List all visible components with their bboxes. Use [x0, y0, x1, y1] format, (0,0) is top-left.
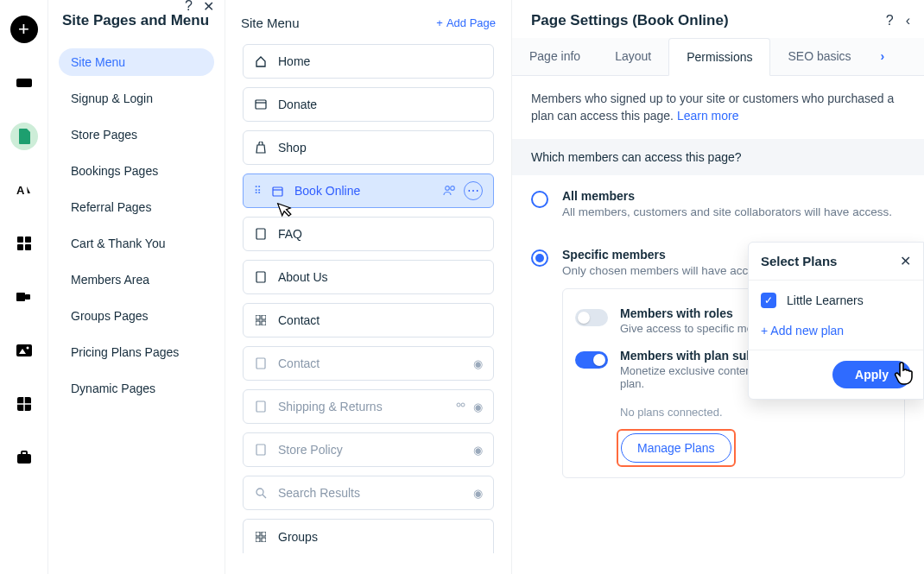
- option-title: All members: [562, 189, 892, 203]
- page-item-about-us[interactable]: About Us: [243, 260, 494, 294]
- svg-rect-25: [262, 315, 266, 319]
- svg-rect-2: [17, 237, 23, 243]
- close-icon[interactable]: ✕: [203, 0, 214, 15]
- categories-panel: Site Pages and Menu ? ✕ Site Menu Signup…: [48, 0, 225, 574]
- svg-rect-35: [256, 532, 260, 536]
- plan-option[interactable]: ✓ Little Learners: [749, 281, 923, 320]
- page-settings-panel: Page Settings (Book Online) ? ‹ Page inf…: [512, 0, 924, 574]
- page-icon: [254, 270, 268, 284]
- svg-rect-29: [256, 401, 265, 412]
- page-item-contact-hidden[interactable]: Contact ◉: [243, 346, 494, 381]
- svg-rect-24: [256, 315, 260, 319]
- page-item-contact[interactable]: Contact: [243, 303, 494, 337]
- category-bookings-pages[interactable]: Bookings Pages: [59, 157, 214, 185]
- page-label: Store Policy: [278, 443, 343, 457]
- hidden-icon: ◉: [473, 444, 483, 457]
- page-label: About Us: [278, 270, 328, 284]
- help-icon[interactable]: ?: [185, 0, 193, 15]
- option-all-members[interactable]: All members All members, customers and s…: [531, 175, 905, 235]
- svg-rect-23: [256, 272, 265, 282]
- option-title: Specific members: [562, 248, 769, 262]
- plans-toggle[interactable]: [575, 351, 608, 369]
- add-new-plan-link[interactable]: + Add new plan: [749, 320, 923, 350]
- tab-permissions[interactable]: Permissions: [668, 38, 770, 76]
- category-groups-pages[interactable]: Groups Pages: [59, 302, 214, 330]
- business-icon[interactable]: [10, 444, 38, 471]
- grid-icon: [254, 530, 268, 544]
- search-icon: [254, 486, 268, 500]
- checkbox-checked-icon[interactable]: ✓: [761, 293, 776, 308]
- popup-close-icon[interactable]: ✕: [900, 253, 911, 269]
- hidden-icon: ◉: [473, 487, 483, 500]
- learn-more-link[interactable]: Learn more: [677, 109, 739, 123]
- page-item-donate[interactable]: Donate: [243, 87, 494, 122]
- page-label: Book Online: [294, 184, 360, 198]
- tabs-scroll-right[interactable]: ›: [869, 38, 897, 75]
- page-icon: [254, 400, 268, 413]
- roles-toggle[interactable]: [575, 309, 608, 326]
- page-item-store-policy[interactable]: Store Policy ◉: [243, 432, 494, 467]
- svg-point-33: [256, 489, 263, 495]
- page-settings-title: Page Settings (Book Online): [531, 12, 729, 29]
- media-icon[interactable]: [10, 337, 38, 364]
- category-cart-thank-you[interactable]: Cart & Thank You: [59, 230, 214, 257]
- manage-plans-button[interactable]: Manage Plans: [621, 433, 731, 463]
- page-icon: [254, 227, 268, 241]
- svg-rect-15: [22, 451, 27, 455]
- plugin-icon[interactable]: [10, 283, 38, 311]
- drag-handle-icon[interactable]: ⠿: [254, 185, 260, 197]
- category-pricing-plans-pages[interactable]: Pricing Plans Pages: [59, 338, 214, 366]
- add-icon[interactable]: +: [10, 16, 38, 43]
- svg-point-10: [26, 347, 28, 350]
- page-item-shipping-returns[interactable]: Shipping & Returns ◉: [243, 389, 494, 424]
- category-referral-pages[interactable]: Referral Pages: [59, 193, 214, 221]
- category-store-pages[interactable]: Store Pages: [59, 121, 214, 148]
- page-item-groups[interactable]: Groups: [243, 519, 494, 553]
- page-label: Donate: [278, 98, 317, 111]
- collapse-icon[interactable]: ‹: [906, 13, 910, 28]
- plan-name: Little Learners: [787, 293, 864, 307]
- svg-rect-3: [25, 237, 31, 243]
- svg-rect-28: [256, 358, 265, 369]
- page-label: Search Results: [278, 486, 360, 500]
- tab-layout[interactable]: Layout: [598, 38, 668, 75]
- help-icon[interactable]: ?: [886, 13, 894, 28]
- svg-line-34: [263, 495, 266, 498]
- radio-specific-members[interactable]: [531, 249, 548, 267]
- page-item-faq[interactable]: FAQ: [243, 217, 494, 251]
- page-item-book-online[interactable]: ⠿ Book Online ⋯: [243, 173, 494, 208]
- page-icon: [254, 443, 268, 457]
- cms-icon[interactable]: [10, 390, 38, 418]
- page-item-shop[interactable]: Shop: [243, 130, 494, 165]
- members-icon[interactable]: [443, 184, 457, 198]
- section-icon[interactable]: [10, 69, 38, 97]
- grid-icon: [254, 313, 268, 327]
- pages-icon[interactable]: [10, 123, 38, 150]
- members-icon: [454, 401, 466, 413]
- category-dynamic-pages[interactable]: Dynamic Pages: [59, 375, 214, 402]
- svg-rect-37: [256, 538, 260, 542]
- page-item-home[interactable]: Home: [243, 44, 494, 79]
- svg-text:A: A: [16, 184, 25, 197]
- add-page-button[interactable]: + Add Page: [436, 16, 496, 29]
- no-plans-text: No plans connected.: [620, 406, 892, 419]
- page-actions-button[interactable]: ⋯: [464, 181, 483, 200]
- svg-rect-18: [273, 187, 282, 196]
- design-icon[interactable]: A: [10, 176, 38, 204]
- tab-seo-basics[interactable]: SEO basics: [770, 38, 868, 75]
- page-icon: [254, 98, 268, 111]
- category-members-area[interactable]: Members Area: [59, 266, 214, 293]
- select-plans-popup: Select Plans ✕ ✓ Little Learners + Add n…: [748, 242, 924, 400]
- radio-all-members[interactable]: [531, 191, 548, 208]
- category-site-menu[interactable]: Site Menu: [59, 48, 214, 76]
- shopping-bag-icon: [254, 141, 268, 155]
- page-label: Shop: [278, 141, 307, 155]
- apply-button[interactable]: Apply: [832, 361, 911, 388]
- apps-icon[interactable]: [10, 230, 38, 257]
- page-label: Shipping & Returns: [278, 400, 383, 413]
- svg-rect-8: [16, 344, 32, 356]
- category-signup-login[interactable]: Signup & Login: [59, 85, 214, 112]
- option-subtitle: Only chosen members will have access.: [562, 263, 769, 280]
- page-item-search-results[interactable]: Search Results ◉: [243, 476, 494, 510]
- tab-page-info[interactable]: Page info: [512, 38, 598, 75]
